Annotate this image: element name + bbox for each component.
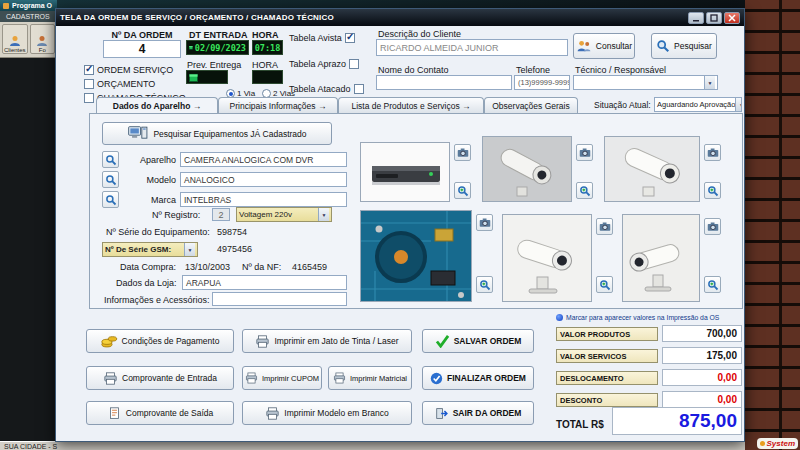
voltagem-select[interactable]: Voltagem 220v <box>236 207 332 222</box>
delivery-date-field[interactable] <box>186 70 228 84</box>
checkbox-checked-icon <box>84 65 94 75</box>
condicoes-pagamento-button[interactable]: Condições de Pagamento <box>86 329 234 353</box>
comprovante-saida-label: Comprovante de Saída <box>126 408 213 418</box>
photo-thumbnail-camera-4[interactable] <box>622 214 700 302</box>
finalizar-ordem-button[interactable]: FINALIZAR ORDEM <box>422 366 534 390</box>
tab-lista-produtos-servicos[interactable]: Lista de Produtos e Serviços → <box>338 97 484 113</box>
pesquisar-label: Pesquisar <box>674 41 712 51</box>
nome-contato-input[interactable] <box>376 75 512 90</box>
aparelho-search-button[interactable] <box>102 151 119 168</box>
photo-thumbnail-camera-1[interactable] <box>482 136 572 202</box>
document-icon <box>107 407 122 420</box>
desconto-label: DESCONTO <box>556 393 658 407</box>
camera-icon <box>479 217 491 229</box>
dialog-titlebar[interactable]: TELA DA ORDEM DE SERVIÇO / ORÇAMENTO / C… <box>56 9 744 26</box>
tab-principais-informacoes[interactable]: Principais Informações → <box>218 97 338 113</box>
photo-thumbnail-circuit[interactable] <box>360 210 472 302</box>
modelo-label: Modelo <box>124 175 176 185</box>
data-compra-value[interactable]: 13/10/2003 <box>185 262 230 272</box>
photo-thumbnail-camera-2[interactable] <box>604 136 700 202</box>
delivery-time-field[interactable] <box>252 70 283 84</box>
imprimir-cupom-button[interactable]: Imprimir CUPOM <box>242 366 322 390</box>
minimize-button[interactable] <box>688 12 704 24</box>
photo1-capture-button[interactable] <box>454 144 471 161</box>
photo4-capture-button[interactable] <box>476 214 493 231</box>
photo5-zoom-button[interactable] <box>596 276 613 293</box>
tabela-avista-checkbox[interactable]: Tabela Avista <box>289 33 355 43</box>
gsm-select[interactable]: Nº De Série GSM: <box>102 242 198 257</box>
cliente-input[interactable]: RICARDO ALMEIDA JUNIOR <box>376 39 568 56</box>
orcamento-checkbox[interactable]: ORÇAMENTO <box>84 79 155 89</box>
photo6-zoom-button[interactable] <box>704 276 721 293</box>
modelo-search-button[interactable] <box>102 171 119 188</box>
chevron-down-icon <box>735 98 742 111</box>
imprimir-branco-label: Imprimir Modelo em Branco <box>284 408 388 418</box>
modelo-input[interactable]: ANALOGICO <box>180 172 347 187</box>
photo2-zoom-button[interactable] <box>576 182 593 199</box>
serie-equip-value[interactable]: 598754 <box>217 227 247 237</box>
toolbar-fornecedores-button[interactable]: Fo <box>30 24 56 54</box>
camera-icon <box>457 147 469 159</box>
desconto-value[interactable]: 0,00 <box>662 391 742 408</box>
marca-search-button[interactable] <box>102 191 119 208</box>
loja-label: Dados da Loja: <box>116 278 177 288</box>
loja-input[interactable]: ARAPUA <box>182 275 347 290</box>
photo2-capture-button[interactable] <box>576 144 593 161</box>
tabela-aprazo-checkbox[interactable]: Tabela Aprazo <box>289 59 359 69</box>
ordem-servico-checkbox[interactable]: ORDEM SERVIÇO <box>84 65 173 75</box>
valor-servicos-value[interactable]: 175,00 <box>662 347 742 364</box>
tab-observacoes-gerais[interactable]: Observações Gerais <box>484 97 578 113</box>
comprovante-saida-button[interactable]: Comprovante de Saída <box>86 401 234 425</box>
close-button[interactable] <box>724 12 740 24</box>
photo5-capture-button[interactable] <box>596 218 613 235</box>
valor-produtos-value[interactable]: 700,00 <box>662 325 742 342</box>
print-values-note[interactable]: Marcar para aparecer valores na Impressã… <box>556 314 719 321</box>
photo3-capture-button[interactable] <box>704 144 721 161</box>
nf-value[interactable]: 4165459 <box>292 262 327 272</box>
toolbar-clientes-button[interactable]: Clientes <box>2 24 28 54</box>
marca-input[interactable]: INTELBRAS <box>180 192 347 207</box>
info-acessorios-input[interactable] <box>212 292 347 306</box>
checkbox-icon <box>349 59 359 69</box>
brick-wallpaper <box>745 0 800 450</box>
deslocamento-value[interactable]: 0,00 <box>662 369 742 386</box>
tabela-avista-label: Tabela Avista <box>289 33 342 43</box>
tab-dados-aparelho[interactable]: Dados do Aparelho → <box>96 97 218 113</box>
pesquisar-button[interactable]: Pesquisar <box>651 33 717 59</box>
comprovante-entrada-button[interactable]: Comprovante de Entrada <box>86 366 234 390</box>
menu-cadastros[interactable]: CADASTROS <box>6 13 50 20</box>
photo-thumbnail-camera-3[interactable] <box>502 214 592 302</box>
gsm-value[interactable]: 4975456 <box>217 244 252 254</box>
hora-label: HORA <box>252 30 279 40</box>
calendar-icon <box>189 43 193 52</box>
imprimir-branco-button[interactable]: Imprimir Modelo em Branco <box>242 401 412 425</box>
deslocamento-label: DESLOCAMENTO <box>556 371 658 385</box>
telefone-input[interactable]: (13)99999-9999 <box>514 75 570 90</box>
photo6-capture-button[interactable] <box>704 218 721 235</box>
sair-ordem-button[interactable]: SAIR DA ORDEM <box>422 401 534 425</box>
valor-servicos-label: VALOR SERVICOS <box>556 349 658 363</box>
photo4-zoom-button[interactable] <box>476 276 493 293</box>
salvar-ordem-button[interactable]: SALVAR ORDEM <box>422 329 534 353</box>
photo1-zoom-button[interactable] <box>454 182 471 199</box>
tabela-atacado-checkbox[interactable]: Tabela Atacado <box>289 84 364 94</box>
pesquisar-equipamentos-button[interactable]: Pesquisar Equipamentos JÁ Cadastrado <box>102 122 332 145</box>
situacao-select[interactable]: Aguardando Aprovação <box>654 97 742 112</box>
maximize-button[interactable] <box>706 12 722 24</box>
tecnico-label: Técnico / Responsável <box>575 65 666 75</box>
printer-icon <box>245 372 258 384</box>
imprimir-jato-button[interactable]: Imprimir em Jato de Tinta / Laser <box>242 329 412 353</box>
prev-entrega-label: Prev. Entrega <box>187 60 241 70</box>
total-label: TOTAL R$ <box>556 419 604 430</box>
entry-time-field[interactable]: 07:18 <box>252 40 283 55</box>
aparelho-input[interactable]: CAMERA ANALOGICA COM DVR <box>180 152 347 167</box>
consultar-button[interactable]: Consultar <box>573 33 635 59</box>
photo3-zoom-button[interactable] <box>704 182 721 199</box>
imprimir-matricial-button[interactable]: Imprimir Matricial <box>328 366 412 390</box>
chevron-down-icon <box>184 243 195 256</box>
tecnico-select[interactable] <box>573 75 718 90</box>
entry-date-value: 02/09/2023 <box>195 43 246 53</box>
entry-date-field[interactable]: 02/09/2023 <box>186 40 249 55</box>
sair-ordem-label: SAIR DA ORDEM <box>453 408 522 418</box>
photo-thumbnail-dvr[interactable] <box>360 142 450 202</box>
